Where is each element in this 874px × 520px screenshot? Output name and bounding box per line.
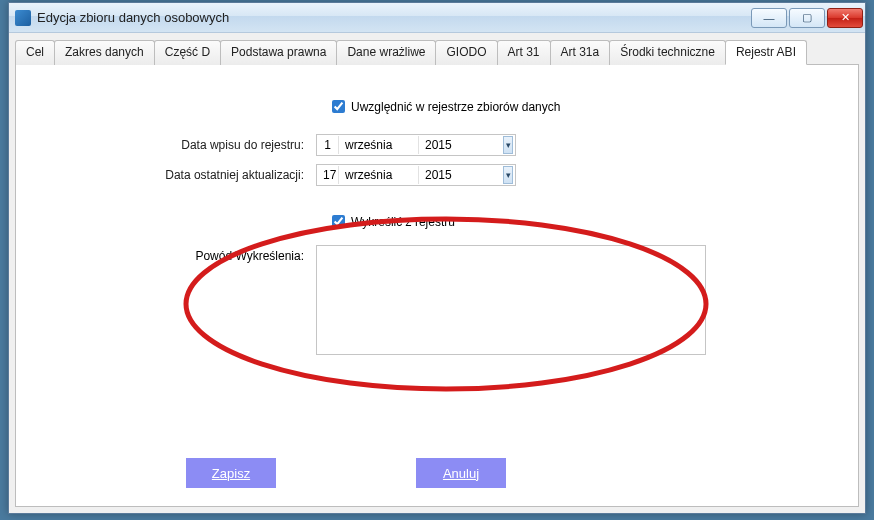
- tab-rejestr-abi[interactable]: Rejestr ABI: [725, 40, 807, 65]
- client-area: Cel Zakres danych Część D Podstawa prawn…: [9, 33, 865, 513]
- remove-from-register-label: Wykreślić z rejestru: [351, 215, 455, 229]
- save-button-label: Zapisz: [212, 466, 250, 481]
- tab-strip: Cel Zakres danych Część D Podstawa prawn…: [15, 39, 859, 65]
- app-icon: [15, 10, 31, 26]
- tab-podstawa-prawna[interactable]: Podstawa prawna: [220, 40, 337, 65]
- tab-giodo[interactable]: GIODO: [435, 40, 497, 65]
- removal-reason-textarea[interactable]: [316, 245, 706, 355]
- minimize-button[interactable]: —: [751, 8, 787, 28]
- app-window: Edycja zbioru danych osobowych — ▢ ✕ Cel…: [8, 2, 866, 514]
- minimize-icon: —: [764, 12, 775, 24]
- tab-art-31[interactable]: Art 31: [497, 40, 551, 65]
- entry-date-year[interactable]: 2015: [419, 136, 467, 154]
- maximize-button[interactable]: ▢: [789, 8, 825, 28]
- include-in-register-checkbox[interactable]: [332, 100, 345, 113]
- maximize-icon: ▢: [802, 11, 812, 24]
- titlebar[interactable]: Edycja zbioru danych osobowych — ▢ ✕: [9, 3, 865, 33]
- tab-zakres-danych[interactable]: Zakres danych: [54, 40, 155, 65]
- include-in-register-label: Uwzględnić w rejestrze zbiorów danych: [351, 100, 560, 114]
- button-row: Zapisz Anuluj: [16, 458, 858, 488]
- tab-srodki-techniczne[interactable]: Środki techniczne: [609, 40, 726, 65]
- tab-art-31a[interactable]: Art 31a: [550, 40, 611, 65]
- include-in-register-row: Uwzględnić w rejestrze zbiorów danych: [36, 97, 838, 116]
- tab-panel: Uwzględnić w rejestrze zbiorów danych Da…: [15, 65, 859, 507]
- update-date-picker[interactable]: 17 września 2015 ▾: [316, 164, 516, 186]
- update-date-year[interactable]: 2015: [419, 166, 467, 184]
- removal-reason-label: Powód Wykreślenia:: [36, 245, 316, 263]
- entry-date-month[interactable]: września: [339, 136, 419, 154]
- update-date-label: Data ostatniej aktualizacji:: [36, 168, 316, 182]
- cancel-button[interactable]: Anuluj: [416, 458, 506, 488]
- remove-from-register-checkbox[interactable]: [332, 215, 345, 228]
- close-button[interactable]: ✕: [827, 8, 863, 28]
- entry-date-picker[interactable]: 1 września 2015 ▾: [316, 134, 516, 156]
- calendar-dropdown-icon[interactable]: ▾: [503, 166, 513, 184]
- update-date-month[interactable]: września: [339, 166, 419, 184]
- calendar-dropdown-icon[interactable]: ▾: [503, 136, 513, 154]
- entry-date-day[interactable]: 1: [317, 136, 339, 154]
- remove-from-register-row: Wykreślić z rejestru: [36, 212, 838, 231]
- close-icon: ✕: [841, 11, 850, 24]
- tab-cel[interactable]: Cel: [15, 40, 55, 65]
- removal-reason-row: Powód Wykreślenia:: [36, 245, 838, 355]
- window-controls: — ▢ ✕: [751, 8, 863, 28]
- update-date-day[interactable]: 17: [317, 166, 339, 184]
- save-button[interactable]: Zapisz: [186, 458, 276, 488]
- tab-czesc-d[interactable]: Część D: [154, 40, 221, 65]
- entry-date-row: Data wpisu do rejestru: 1 września 2015 …: [36, 134, 838, 156]
- entry-date-label: Data wpisu do rejestru:: [36, 138, 316, 152]
- tab-dane-wrazliwe[interactable]: Dane wrażliwe: [336, 40, 436, 65]
- cancel-button-label: Anuluj: [443, 466, 479, 481]
- update-date-row: Data ostatniej aktualizacji: 17 września…: [36, 164, 838, 186]
- window-title: Edycja zbioru danych osobowych: [37, 10, 751, 25]
